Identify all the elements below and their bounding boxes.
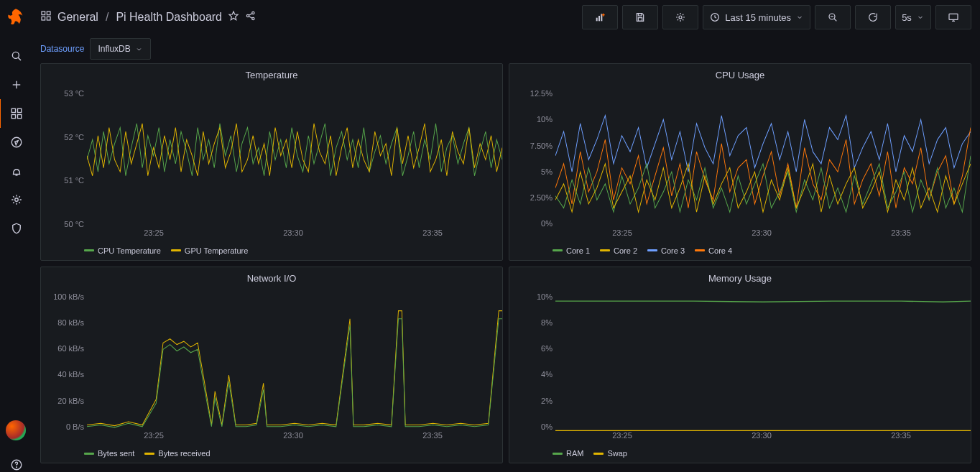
refresh-interval-picker[interactable]: 5s [895,5,931,29]
y-axis: 12.5% 10% 7.50% 5% 2.50% 0% [509,83,555,228]
svg-line-23 [249,17,252,19]
legend: RAM Swap [509,444,971,463]
datasource-select[interactable]: InfluxDB [90,38,150,60]
legend: CPU Temperature GPU Temperature [41,241,502,260]
legend-item[interactable]: Bytes sent [84,449,134,458]
svg-point-8 [11,137,22,147]
y-axis: 100 kB/s 80 kB/s 60 kB/s 40 kB/s 20 kB/s… [41,287,87,432]
panel-memory[interactable]: Memory Usage 10% 8% 6% 4% 2% 0% [509,267,971,464]
sidebar-alerting[interactable] [0,157,32,185]
topbar: General / Pi Health Dashboard Last 15 mi… [32,0,980,34]
panel-grid: Temperature 53 °C 52 °C 51 °C 50 °C 23:2… [32,63,980,472]
svg-rect-25 [598,16,600,21]
panel-title: Network I/O [41,267,502,287]
refresh-interval-label: 5s [902,12,912,23]
svg-rect-29 [639,14,642,16]
legend: Bytes sent Bytes received [41,444,502,463]
x-axis: 23:25 23:30 23:35 [509,431,971,444]
plot-network [87,287,502,432]
grafana-logo[interactable] [6,7,26,27]
panel-temperature[interactable]: Temperature 53 °C 52 °C 51 °C 50 °C 23:2… [40,63,503,261]
plot-temperature [87,83,502,228]
svg-point-31 [679,16,682,19]
svg-marker-9 [15,141,19,145]
sidebar-explore[interactable] [0,128,32,157]
y-axis: 10% 8% 6% 4% 2% 0% [509,287,555,432]
svg-rect-5 [18,108,22,112]
svg-rect-17 [47,17,50,20]
svg-line-34 [834,19,836,21]
panel-cpu[interactable]: CPU Usage 12.5% 10% 7.50% 5% 2.50% 0% [509,63,971,261]
svg-rect-7 [18,115,22,119]
legend-item[interactable]: Core 3 [647,246,685,255]
svg-point-11 [15,198,19,202]
sidebar-help[interactable] [0,450,32,472]
time-range-picker[interactable]: Last 15 minutes [703,5,810,29]
star-icon[interactable] [228,10,239,24]
x-axis: 23:25 23:30 23:35 [509,228,971,241]
legend-item[interactable]: Bytes received [144,449,210,458]
legend-item[interactable]: Swap [593,449,627,458]
share-icon[interactable] [245,10,256,24]
chart-area: 100 kB/s 80 kB/s 60 kB/s 40 kB/s 20 kB/s… [41,287,502,432]
sidebar [0,0,32,472]
y-axis: 53 °C 52 °C 51 °C 50 °C [41,83,87,228]
svg-point-0 [12,52,19,58]
save-button[interactable] [622,5,658,29]
panel-title: Memory Usage [509,267,971,287]
svg-rect-24 [596,18,598,22]
breadcrumb-page[interactable]: Pi Health Dashboard [116,11,222,24]
chart-area: 12.5% 10% 7.50% 5% 2.50% 0% [509,83,971,228]
svg-rect-4 [11,108,15,112]
legend-item[interactable]: GPU Temperature [171,246,248,255]
sidebar-dashboards[interactable] [0,99,32,128]
sidebar-configuration[interactable] [0,185,32,214]
panel-network[interactable]: Network I/O 100 kB/s 80 kB/s 60 kB/s 40 … [40,267,503,464]
settings-button[interactable] [662,5,698,29]
sidebar-search[interactable] [0,42,32,70]
sidebar-admin[interactable] [0,214,32,243]
svg-rect-14 [42,11,45,15]
svg-rect-36 [949,14,958,19]
main-area: General / Pi Health Dashboard Last 15 mi… [32,0,980,472]
svg-line-22 [249,14,252,16]
time-range-label: Last 15 minutes [725,12,791,23]
datasource-value: InfluxDB [98,44,130,54]
svg-point-13 [17,467,17,468]
variable-label: Datasource [40,44,84,54]
legend-item[interactable]: CPU Temperature [84,246,161,255]
chart-area: 53 °C 52 °C 51 °C 50 °C [41,83,502,228]
panel-title: Temperature [41,64,502,83]
add-panel-button[interactable] [582,5,618,29]
refresh-button[interactable] [855,5,891,29]
user-avatar[interactable] [6,420,26,440]
x-axis: 23:25 23:30 23:35 [41,228,502,241]
variable-bar: Datasource InfluxDB [32,34,980,63]
chart-area: 10% 8% 6% 4% 2% 0% [509,287,971,432]
panel-title: CPU Usage [509,64,971,83]
svg-rect-16 [42,17,45,20]
svg-rect-30 [639,18,642,22]
legend-item[interactable]: Core 2 [600,246,637,255]
x-axis: 23:25 23:30 23:35 [41,431,502,444]
legend-item[interactable]: Core 1 [553,246,590,255]
svg-line-1 [18,57,21,60]
breadcrumb: General / Pi Health Dashboard [57,11,222,24]
legend-item[interactable]: RAM [553,449,583,458]
view-mode-button[interactable] [935,5,971,29]
sidebar-create[interactable] [0,70,32,99]
svg-rect-15 [47,11,50,15]
breadcrumb-root[interactable]: General [57,11,98,24]
legend: Core 1 Core 2 Core 3 Core 4 [509,241,971,260]
zoom-out-button[interactable] [815,5,851,29]
svg-marker-18 [229,11,238,20]
legend-item[interactable]: Core 4 [695,246,732,255]
svg-rect-6 [11,115,15,119]
plot-cpu [555,83,971,228]
plot-memory [555,287,971,432]
dashboards-icon[interactable] [40,10,52,24]
breadcrumb-separator: / [106,11,108,24]
